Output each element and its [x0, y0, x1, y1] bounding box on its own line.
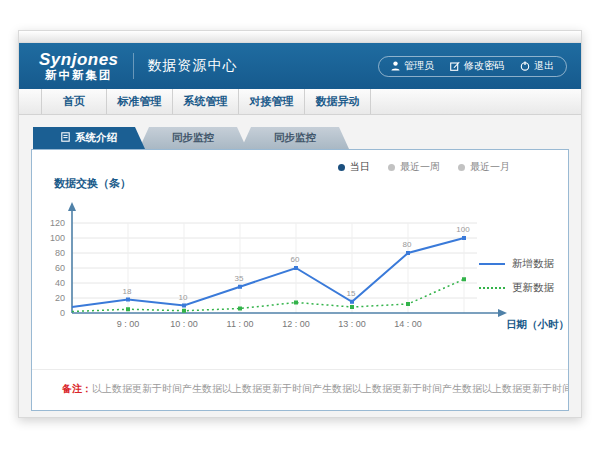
- change-password-button[interactable]: 修改密码: [450, 59, 504, 73]
- footnote-text: 以上数据更新于时间产生数据以上数据更新于时间产生数据以上数据更新于时间产生数据以…: [92, 383, 568, 394]
- logout-label: 退出: [534, 59, 554, 73]
- svg-text:12 : 00: 12 : 00: [282, 319, 310, 329]
- document-icon: [61, 132, 70, 144]
- logo-text-en: Synjones: [39, 51, 119, 69]
- radio-dot-icon: [458, 164, 465, 171]
- change-password-label: 修改密码: [464, 59, 504, 73]
- svg-text:0: 0: [60, 308, 65, 318]
- radio-dot-icon: [388, 164, 395, 171]
- footnote-label: 备注：: [62, 383, 92, 394]
- green-dotted-swatch: [479, 287, 505, 289]
- tab-label: 同步监控: [274, 131, 316, 145]
- app-header: Synjones 新中新集团 数据资源中心 管理员 修改密码 退出: [19, 43, 581, 89]
- power-icon: [520, 61, 530, 71]
- nav-item-standards[interactable]: 标准管理: [107, 89, 173, 114]
- nav-item-home[interactable]: 首页: [41, 89, 107, 114]
- tab-system-intro[interactable]: 系统介绍: [33, 127, 145, 149]
- user-icon: [391, 61, 400, 71]
- footnote: 备注：以上数据更新于时间产生数据以上数据更新于时间产生数据以上数据更新于时间产生…: [32, 369, 568, 410]
- radio-dot-icon: [338, 164, 345, 171]
- svg-text:13 : 00: 13 : 00: [338, 319, 366, 329]
- svg-text:40: 40: [55, 278, 65, 288]
- page-title: 数据资源中心: [148, 57, 238, 75]
- radio-label: 最近一月: [470, 160, 510, 174]
- blue-line-swatch: [479, 263, 505, 265]
- legend-label: 更新数据: [512, 281, 554, 295]
- user-menu[interactable]: 管理员: [391, 59, 434, 73]
- content-area: 系统介绍 同步监控 同步监控 当日 最近一周: [19, 115, 581, 411]
- legend-item-new-data: 新增数据: [479, 257, 554, 271]
- brand-logo: Synjones 新中新集团: [39, 51, 119, 81]
- svg-text:80: 80: [403, 240, 412, 249]
- time-range-radios: 当日 最近一周 最近一月: [338, 160, 510, 174]
- legend-label: 新增数据: [512, 257, 554, 271]
- main-nav: 首页 标准管理 系统管理 对接管理 数据异动: [19, 89, 581, 115]
- edit-icon: [450, 61, 460, 71]
- svg-text:80: 80: [55, 248, 65, 258]
- app-window: Synjones 新中新集团 数据资源中心 管理员 修改密码 退出 首页 标准管…: [18, 30, 582, 418]
- svg-text:10 : 00: 10 : 00: [170, 319, 198, 329]
- user-label: 管理员: [404, 59, 434, 73]
- svg-text:60: 60: [291, 255, 300, 264]
- tab-sync-monitor-2[interactable]: 同步监控: [241, 127, 349, 149]
- svg-text:15: 15: [347, 289, 356, 298]
- svg-text:14 : 00: 14 : 00: [394, 319, 422, 329]
- tab-sync-monitor-1[interactable]: 同步监控: [139, 127, 247, 149]
- svg-text:11 : 00: 11 : 00: [227, 319, 254, 329]
- radio-label: 最近一周: [400, 160, 440, 174]
- radio-last-month[interactable]: 最近一月: [458, 160, 510, 174]
- radio-today[interactable]: 当日: [338, 160, 370, 174]
- svg-text:20: 20: [55, 293, 65, 303]
- svg-text:18: 18: [123, 287, 132, 296]
- nav-item-system[interactable]: 系统管理: [173, 89, 239, 114]
- tab-label: 同步监控: [172, 131, 214, 145]
- window-chrome: [19, 31, 581, 43]
- chart-legend: 新增数据 更新数据: [479, 257, 554, 295]
- svg-text:35: 35: [235, 274, 244, 283]
- svg-text:日期（小时）: 日期（小时）: [506, 318, 569, 331]
- chart-panel: 当日 最近一周 最近一月 数据交换（条） 0204060801001209 : …: [31, 149, 569, 411]
- nav-item-integration[interactable]: 对接管理: [239, 89, 305, 114]
- svg-text:9 : 00: 9 : 00: [117, 319, 140, 329]
- logout-button[interactable]: 退出: [520, 59, 554, 73]
- y-axis-title: 数据交换（条）: [54, 176, 568, 191]
- radio-last-week[interactable]: 最近一周: [388, 160, 440, 174]
- logo-text-cn: 新中新集团: [39, 69, 119, 81]
- user-toolbar: 管理员 修改密码 退出: [378, 56, 567, 77]
- chart-wrapper: 0204060801001209 : 0010 : 0011 : 0012 : …: [32, 195, 568, 349]
- header-divider: [133, 53, 134, 79]
- tab-label: 系统介绍: [75, 131, 117, 145]
- legend-item-updated-data: 更新数据: [479, 281, 554, 295]
- svg-text:60: 60: [55, 263, 65, 273]
- svg-text:100: 100: [50, 233, 65, 243]
- radio-label: 当日: [350, 160, 370, 174]
- svg-text:100: 100: [456, 225, 470, 234]
- tab-bar: 系统介绍 同步监控 同步监控: [31, 127, 569, 149]
- svg-text:10: 10: [179, 293, 188, 302]
- svg-text:120: 120: [50, 218, 65, 228]
- nav-item-data-changes[interactable]: 数据异动: [305, 89, 371, 114]
